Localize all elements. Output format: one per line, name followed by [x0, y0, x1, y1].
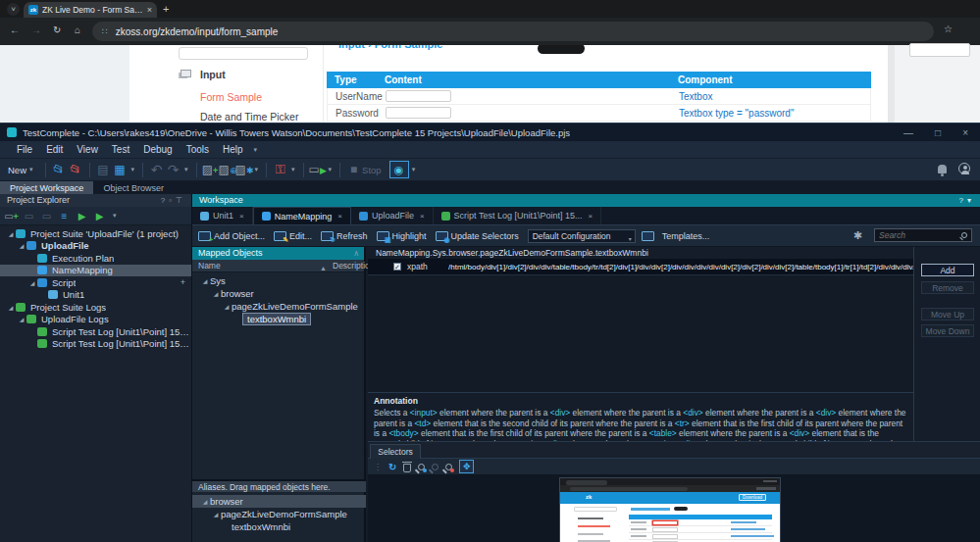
page-right-control[interactable]	[909, 43, 970, 57]
mode-tab-object-browser[interactable]: Object Browser	[93, 181, 174, 194]
new-tab-button[interactable]: +	[163, 3, 169, 15]
tc-titlebar[interactable]: TestComplete - C:\Users\rakes419\OneDriv…	[0, 123, 980, 141]
expand-arrow-icon[interactable]: ◢	[27, 279, 37, 286]
new-button[interactable]: New▾	[8, 165, 36, 175]
zoom-in-icon[interactable]	[418, 464, 425, 470]
sidebar-item-input[interactable]: Input	[200, 69, 226, 80]
add-project-icon[interactable]: ▭+	[4, 211, 19, 222]
alias-item-pagezklivedemoformsample[interactable]: ◢pageZkLiveDemoFormSample	[192, 508, 366, 520]
site-info-icon[interactable]: ∷	[102, 26, 108, 36]
pe-item-execution-plan[interactable]: Execution Plan	[0, 252, 191, 265]
reload-icon[interactable]: ↻	[53, 25, 61, 35]
ws-help-icon[interactable]: ?	[959, 196, 967, 205]
pe-item-script-test-log-unit1-point-15-02-2024-10-26-2[interactable]: Script Test Log [Unit1\Point] 15/02/2024…	[0, 325, 191, 338]
sidebar-item-date-time-picker[interactable]: Date and Time Picker	[200, 111, 298, 123]
record-icon[interactable]: ◉	[389, 161, 409, 178]
run-suite-icon[interactable]: ▶	[92, 211, 107, 222]
notifications-bell-icon[interactable]	[938, 165, 947, 173]
delete-image-icon[interactable]	[403, 464, 411, 472]
expand-arrow-icon[interactable]: ◢	[211, 290, 221, 297]
pe-item-unit1[interactable]: Unit1	[0, 289, 191, 302]
expand-arrow-icon[interactable]: ◢	[6, 230, 16, 237]
account-icon[interactable]	[958, 163, 970, 174]
expand-arrow-icon[interactable]: ◢	[211, 511, 221, 517]
save-all-icon[interactable]: ▦	[112, 163, 129, 176]
menu-debug[interactable]: Debug	[136, 142, 179, 157]
mapped-item-browser[interactable]: ◢browser	[192, 287, 364, 300]
menu-help[interactable]: Help	[216, 142, 250, 157]
tab-close-icon[interactable]: ×	[589, 212, 593, 221]
doc-tab-script-test-log-unit1-point-15[interactable]: Script Test Log [Unit1\Point] 15...×	[434, 207, 602, 224]
back-icon[interactable]: ←	[10, 25, 20, 35]
mapped-item-pagezklivedemoformsample[interactable]: ◢pageZkLiveDemoFormSample	[192, 300, 364, 313]
xpath-checkbox[interactable]: ✓	[393, 263, 401, 271]
bookmark-star-icon[interactable]: ☆	[944, 24, 953, 34]
search-input[interactable]	[879, 230, 961, 240]
menu-file[interactable]: File	[10, 142, 39, 157]
expand-arrow-icon[interactable]: ◢	[200, 498, 210, 505]
tab-search-chevron-icon[interactable]: ˅	[7, 3, 20, 16]
sidebar-item-form-sample[interactable]: Form Sample	[200, 91, 262, 103]
refresh-button[interactable]: ↻Refresh	[321, 231, 368, 241]
forward-icon[interactable]: →	[31, 25, 41, 35]
pe-item-project-suite-logs[interactable]: ◢Project Suite Logs	[0, 301, 191, 314]
expand-arrow-icon[interactable]: ◢	[17, 242, 26, 249]
tab-selectors[interactable]: Selectors	[370, 444, 421, 460]
update-selectors-button[interactable]: ◉Update Selectors	[436, 231, 519, 241]
run-test-icon[interactable]: ▭▶	[309, 163, 326, 177]
stop-icon[interactable]: ■	[345, 163, 362, 176]
address-bar[interactable]: ∷ zkoss.org/zkdemo/input/form_sample	[92, 22, 934, 41]
alias-item-textboxwmnbi[interactable]: textboxWmnbi	[192, 520, 366, 533]
close-project-icon[interactable]: 📂︎	[68, 163, 84, 176]
menu-edit[interactable]: Edit	[39, 142, 70, 157]
db-gear-icon[interactable]: ▨✱	[235, 163, 252, 177]
pe-item-uploadfile-logs[interactable]: ◢UploadFile Logs	[0, 314, 191, 326]
pe-item-uploadfile[interactable]: ◢UploadFile	[0, 240, 191, 253]
add-unit-icon[interactable]: +	[181, 277, 185, 287]
expand-arrow-icon[interactable]: ◢	[6, 304, 16, 311]
save-icon[interactable]: ▤	[95, 163, 112, 176]
new-item-icon[interactable]: ▭	[22, 211, 36, 222]
row-content-textbox[interactable]	[386, 90, 451, 102]
configuration-select[interactable]: Default Configuration▾	[528, 229, 636, 243]
help-icon[interactable]: ?	[161, 196, 169, 205]
breadcrumb[interactable]: Input › Form Sample	[338, 45, 442, 50]
new-item2-icon[interactable]: ▭	[39, 211, 54, 222]
search-icon[interactable]	[961, 232, 967, 238]
db-table-icon[interactable]: ▨⊕	[219, 163, 235, 177]
tab-close-icon[interactable]: ×	[420, 212, 425, 221]
doc-tab-namemapping[interactable]: NameMapping×	[253, 207, 351, 224]
add-button[interactable]: Add	[921, 264, 974, 276]
column-name[interactable]: Name	[198, 260, 221, 272]
tab-close-icon[interactable]: ×	[337, 212, 342, 221]
zoom-out-icon[interactable]	[445, 464, 452, 470]
tab-close-icon[interactable]: ×	[239, 212, 244, 221]
expand-arrow-icon[interactable]: ◢	[17, 316, 26, 322]
pin-icon[interactable]: ⊤	[176, 196, 186, 205]
page-scrollbar[interactable]	[888, 45, 895, 123]
collapse-panel-icon[interactable]: ∧	[353, 249, 359, 258]
mapped-item-sys[interactable]: ◢Sys	[192, 274, 364, 287]
pe-item-script[interactable]: ◢Script+	[0, 276, 191, 289]
redo-icon[interactable]: ↷	[165, 163, 181, 176]
templates-button[interactable]: Templates...	[662, 231, 710, 241]
row-content-textbox[interactable]	[386, 107, 451, 119]
doc-tab-unit1[interactable]: Unit1×	[192, 207, 253, 224]
doc-tab-uploadfile[interactable]: UploadFile×	[351, 207, 434, 224]
close-icon[interactable]: ×	[962, 127, 968, 138]
key-icon[interactable]: ⚿	[272, 163, 288, 176]
menu-tools[interactable]: Tools	[180, 142, 216, 157]
sync-configurations-icon[interactable]	[642, 231, 654, 241]
xpath-row[interactable]: ✓ xpath /html/body/div[1]/div[2]/div/div…	[368, 259, 913, 275]
open-folder-icon[interactable]: 📂︎	[51, 163, 68, 176]
menu-view[interactable]: View	[70, 142, 105, 157]
settings-gear-icon[interactable]: ✱	[853, 229, 862, 242]
menu-overflow-icon[interactable]: ▾	[252, 146, 258, 154]
pe-item-project-suite-uploadfile-1-project[interactable]: ◢Project Suite 'UploadFile' (1 project)	[0, 227, 191, 240]
maximize-icon[interactable]: □	[935, 127, 941, 138]
row-component-link[interactable]: Textbox type = "password"	[679, 108, 794, 119]
row-component-link[interactable]: Textbox	[679, 91, 712, 102]
pe-item-namemapping[interactable]: NameMapping	[0, 265, 191, 277]
float-icon[interactable]: ▫	[169, 196, 176, 205]
menu-test[interactable]: Test	[105, 142, 136, 157]
